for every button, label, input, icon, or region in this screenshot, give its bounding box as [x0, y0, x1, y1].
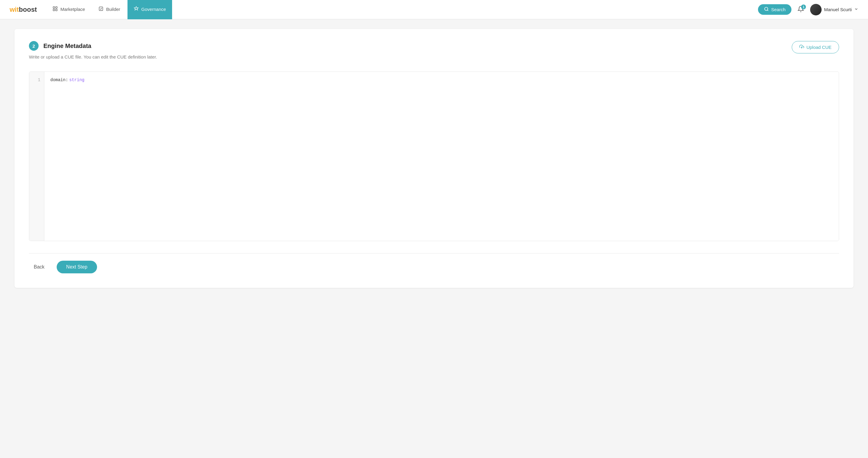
chevron-down-icon	[854, 7, 858, 12]
svg-rect-2	[53, 9, 55, 10]
logo-wit: wit	[10, 6, 19, 13]
navbar: witboost Marketplace	[0, 0, 868, 19]
section-top-left: 2 Engine Metadata Write or upload a CUE …	[29, 41, 792, 67]
section-top-row: 2 Engine Metadata Write or upload a CUE …	[29, 41, 839, 67]
search-button[interactable]: Search	[758, 4, 792, 15]
main-content: 2 Engine Metadata Write or upload a CUE …	[0, 19, 868, 458]
code-key: domain:	[50, 77, 68, 84]
governance-icon	[133, 6, 139, 12]
marketplace-icon	[53, 6, 58, 12]
code-editor-inner: 1 domain: string	[29, 72, 839, 241]
navbar-right: Search 1 Manuel Scurti	[758, 4, 858, 16]
user-name: Manuel Scurti	[824, 7, 852, 12]
notification-button[interactable]: 1	[798, 6, 804, 13]
builder-label: Builder	[106, 7, 120, 12]
navbar-nav: Marketplace Builder Governance	[46, 0, 758, 19]
svg-line-6	[767, 10, 768, 11]
code-value: string	[69, 77, 84, 84]
line-numbers: 1	[29, 72, 44, 241]
notification-badge: 1	[801, 4, 806, 9]
search-icon	[764, 7, 769, 12]
nav-item-builder[interactable]: Builder	[92, 0, 126, 19]
section-title: Engine Metadata	[43, 42, 91, 50]
back-button[interactable]: Back	[29, 262, 50, 272]
section-subtitle: Write or upload a CUE file. You can edit…	[29, 54, 792, 59]
nav-item-marketplace[interactable]: Marketplace	[46, 0, 91, 19]
svg-point-5	[765, 7, 768, 10]
nav-item-governance[interactable]: Governance	[127, 0, 172, 19]
page-card: 2 Engine Metadata Write or upload a CUE …	[14, 29, 854, 288]
step-badge: 2	[29, 41, 38, 51]
upload-cue-label: Upload CUE	[807, 45, 832, 50]
svg-rect-0	[53, 7, 55, 8]
bottom-bar: Back Next Step	[29, 253, 839, 274]
code-line-1: domain: string	[50, 77, 833, 84]
svg-rect-4	[99, 7, 103, 10]
search-label: Search	[771, 7, 786, 12]
builder-icon	[98, 6, 104, 12]
governance-label: Governance	[141, 7, 166, 12]
line-number-1: 1	[33, 77, 40, 84]
next-step-button[interactable]: Next Step	[57, 261, 97, 274]
logo: witboost	[10, 6, 37, 13]
upload-icon	[799, 45, 804, 50]
code-editor[interactable]: 1 domain: string	[29, 71, 839, 241]
upload-cue-button[interactable]: Upload CUE	[792, 41, 839, 53]
svg-rect-1	[56, 7, 57, 8]
logo-boost: boost	[19, 6, 37, 13]
section-header: 2 Engine Metadata	[29, 41, 792, 51]
marketplace-label: Marketplace	[60, 7, 85, 12]
svg-rect-3	[56, 9, 57, 10]
code-content-area[interactable]: domain: string	[44, 72, 839, 241]
avatar	[810, 4, 822, 16]
user-dropdown[interactable]: Manuel Scurti	[810, 4, 858, 16]
